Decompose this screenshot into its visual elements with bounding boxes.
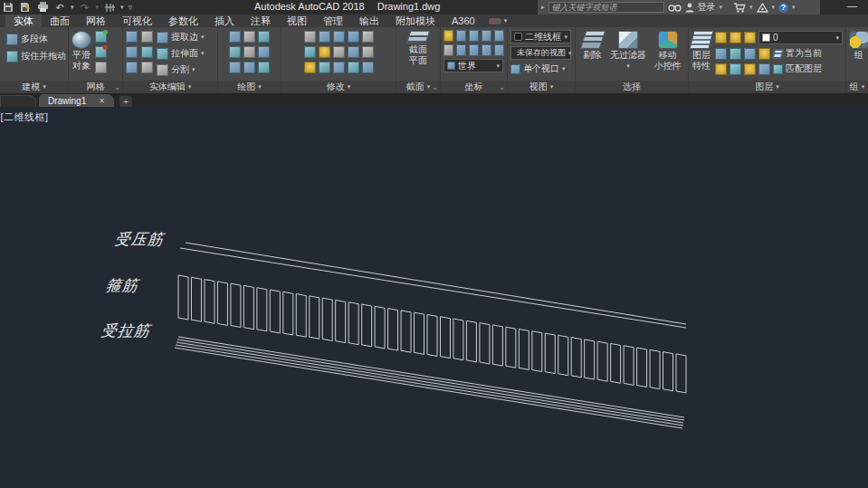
panel-label-views[interactable]: 视图▾ [508, 81, 575, 93]
tool-icon[interactable] [469, 44, 479, 56]
ucs-icons-row1[interactable] [444, 30, 504, 42]
modify-icons-row1[interactable] [304, 31, 374, 43]
tool-icon[interactable] [744, 48, 756, 60]
tool-icon[interactable] [258, 31, 270, 43]
panel-label-solid-editing[interactable]: 实体编辑▾ [123, 81, 217, 93]
smooth-object-button[interactable]: 平滑 对象 [72, 29, 91, 81]
tool-icon[interactable] [243, 46, 255, 58]
modify-icons-row2[interactable] [304, 46, 374, 58]
presspull-button[interactable]: 按住并拖动 [6, 50, 66, 62]
tool-icon[interactable] [456, 30, 466, 42]
sign-in-caret-icon[interactable]: ▾ [720, 4, 723, 11]
tool-icon[interactable] [758, 63, 770, 75]
tool-icon[interactable] [319, 46, 330, 58]
mesh-crease-icon[interactable] [95, 46, 107, 58]
tool-icon[interactable] [304, 46, 316, 58]
redo-dropdown-caret-icon[interactable]: ▾ [96, 4, 100, 11]
sign-in-button[interactable]: 登录 [698, 1, 716, 14]
visual-style-dropdown[interactable]: 二维线框 ▾ [510, 30, 571, 43]
ribbon-tab-12[interactable]: A360 [444, 14, 483, 27]
tool-icon[interactable] [258, 46, 270, 58]
tool-icon[interactable] [333, 62, 345, 73]
tool-icon[interactable] [494, 30, 504, 42]
ribbon-tab-7[interactable]: 注释 [243, 14, 279, 27]
minimize-button[interactable]: — [847, 0, 857, 11]
layer-on-icon[interactable] [715, 32, 727, 43]
set-current-layer-button[interactable]: 置为当前 [773, 47, 822, 60]
search-input[interactable]: 键入关键字或短语 [548, 2, 664, 13]
tool-icon[interactable] [319, 62, 330, 73]
move-gizmo-button[interactable]: 移动 小控件 [654, 29, 682, 81]
file-tab-drawing1[interactable]: Drawing1 ✕ [39, 94, 114, 107]
cart-caret-icon[interactable]: ▾ [749, 4, 753, 11]
save-as-icon[interactable] [19, 2, 32, 13]
thicken-icon[interactable] [141, 62, 153, 73]
tool-icon[interactable] [243, 31, 255, 43]
ribbon-tab-9[interactable]: 管理 [315, 14, 351, 27]
ribbon-tab-2[interactable]: 曲面 [42, 14, 78, 27]
ribbon-tab-5[interactable]: 参数化 [160, 14, 206, 27]
tool-icon[interactable] [730, 48, 741, 60]
draw-icons-row2[interactable] [229, 46, 270, 58]
tool-icon[interactable] [456, 44, 466, 56]
panel-label-modify[interactable]: 修改▾ [281, 81, 396, 93]
tool-icon[interactable] [715, 63, 727, 75]
qat-customize-icon[interactable]: ▿ [129, 3, 133, 12]
tool-icon[interactable] [243, 62, 255, 73]
viewport-config-button[interactable]: 单个视口 ▾ [510, 62, 572, 75]
print-icon[interactable] [36, 2, 49, 13]
draw-icons-row1[interactable] [229, 31, 270, 43]
tool-icon[interactable] [482, 44, 491, 56]
search-expand-icon[interactable]: ▸ [541, 4, 545, 11]
workspace-icon[interactable] [103, 2, 116, 13]
panel-label-modeling[interactable]: 建模▾ [0, 81, 68, 93]
coordinates-dialog-launcher-icon[interactable]: ⌄ [499, 84, 505, 91]
tool-icon[interactable] [444, 44, 453, 56]
tool-icon[interactable] [469, 30, 479, 42]
match-layer-button[interactable]: 匹配图层 [773, 62, 822, 75]
layer-tools-row2[interactable] [715, 63, 770, 75]
file-tab-close-icon[interactable]: ✕ [99, 97, 105, 105]
help-icon[interactable]: ? [778, 3, 788, 13]
modify-icons-row3[interactable] [304, 62, 374, 73]
intersect-icon[interactable] [126, 62, 138, 73]
interfere-icon[interactable] [141, 46, 153, 58]
panel-label-selection[interactable]: 选择 [576, 81, 688, 93]
mesh-dialog-launcher-icon[interactable]: ⌄ [114, 84, 120, 91]
tool-icon[interactable] [304, 62, 316, 73]
ribbon-tab-8[interactable]: 视图 [279, 14, 315, 27]
tool-icon[interactable] [258, 62, 270, 73]
tool-icon[interactable] [229, 46, 241, 58]
ucs-icons-row2[interactable] [444, 44, 504, 56]
ribbon-tab-11[interactable]: 附加模块 [387, 14, 444, 27]
ribbon-tab-10[interactable]: 输出 [351, 14, 387, 27]
tool-icon[interactable] [333, 46, 345, 58]
group-button[interactable]: 组 [849, 29, 868, 81]
tool-icon[interactable] [362, 62, 374, 73]
tool-icon[interactable] [482, 30, 491, 42]
tool-icon[interactable] [348, 46, 359, 58]
panel-label-coordinates[interactable]: 坐标 [441, 81, 507, 93]
tool-icon[interactable] [319, 31, 330, 43]
cull-button[interactable]: 剔除 [583, 29, 603, 81]
ribbon-tab-1[interactable]: 实体 [5, 14, 42, 27]
draw-icons-row3[interactable] [229, 62, 270, 73]
extract-edges-button[interactable]: 提取边 ▾ [157, 31, 205, 43]
ribbon-tab-4[interactable]: 可视化 [114, 14, 160, 27]
extrude-faces-button[interactable]: 拉伸面 ▾ [157, 47, 205, 60]
view-name-dropdown[interactable]: 未保存的视图 ▾ [510, 46, 571, 60]
tool-icon[interactable] [758, 48, 770, 60]
layer-freeze-icon[interactable] [730, 32, 741, 43]
section-plane-button[interactable]: 截面 平面 [408, 29, 428, 81]
user-icon[interactable] [685, 3, 694, 13]
redo-icon[interactable]: ↷ [79, 2, 91, 13]
union-icon[interactable] [126, 31, 138, 43]
tool-icon[interactable] [494, 44, 504, 56]
search-binoculars-icon[interactable] [668, 3, 682, 12]
polysolid-button[interactable]: 多段体 [6, 33, 66, 45]
mesh-refine-icon[interactable] [95, 31, 107, 43]
panel-label-group[interactable]: 组▾ [846, 81, 868, 93]
tool-icon[interactable] [715, 48, 727, 60]
new-tab-button[interactable]: ＋ [119, 96, 132, 107]
layer-properties-button[interactable]: 图层 特性 [692, 29, 711, 81]
